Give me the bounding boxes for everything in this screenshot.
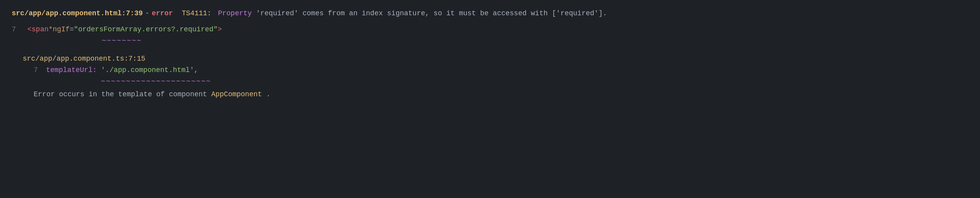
property-word: Property (218, 9, 252, 17)
location-line-number: 7 (34, 66, 38, 74)
error-note-period: . (266, 90, 270, 98)
tilde-underline-1: ~~~~~~~~ (102, 35, 968, 47)
rest-message: an index signature, so it must be access… (349, 9, 607, 17)
main-error-line: src/app/app.component.html:7:39 - error … (12, 8, 968, 19)
template-url-label: templateUrl: (46, 66, 97, 74)
code-tag-close: > (218, 24, 222, 35)
error-full-message: TS4111: Property 'required' comes from a… (182, 8, 607, 19)
location-path-line: src/app/app.component.ts:7:15 (23, 53, 968, 65)
error-output: src/app/app.component.html:7:39 - error … (12, 8, 968, 100)
space (175, 8, 180, 19)
error-keyword: error (152, 8, 173, 19)
line-number: 7 (12, 24, 23, 35)
tilde-underline-2: ~~~~~~~~~~~~~~~~~~~~~~ (101, 76, 968, 87)
property-name: 'required' (256, 9, 303, 17)
error-file-path: src/app/app.component.html:7:39 (12, 8, 143, 19)
error-note-text: Error occurs in the template of componen… (34, 90, 211, 98)
code-line-7: 7 <span *ngIf = "ordersFormArray.errors?… (12, 24, 968, 35)
from-text: from (328, 9, 349, 17)
separator: - (145, 8, 150, 19)
code-attr-value: "ordersFormArray.errors?.required" (74, 24, 218, 35)
error-note: Error occurs in the template of componen… (34, 89, 968, 100)
code-tag-open: <span (27, 24, 49, 35)
comes-from-text: comes (303, 9, 328, 17)
code-attr-name: *ngIf (49, 24, 70, 35)
location-block: src/app/app.component.ts:7:15 7 template… (23, 53, 968, 100)
code-equals: = (70, 24, 74, 35)
error-code: TS4111: (182, 9, 212, 17)
location-path: src/app/app.component.ts:7:15 (23, 55, 145, 63)
code-snippet-block: 7 <span *ngIf = "ordersFormArray.errors?… (12, 24, 968, 47)
template-url-value: './app.component.html', (101, 66, 198, 74)
location-code-line: 7 templateUrl: './app.component.html', (34, 65, 968, 76)
app-component-name: AppComponent (211, 90, 262, 98)
